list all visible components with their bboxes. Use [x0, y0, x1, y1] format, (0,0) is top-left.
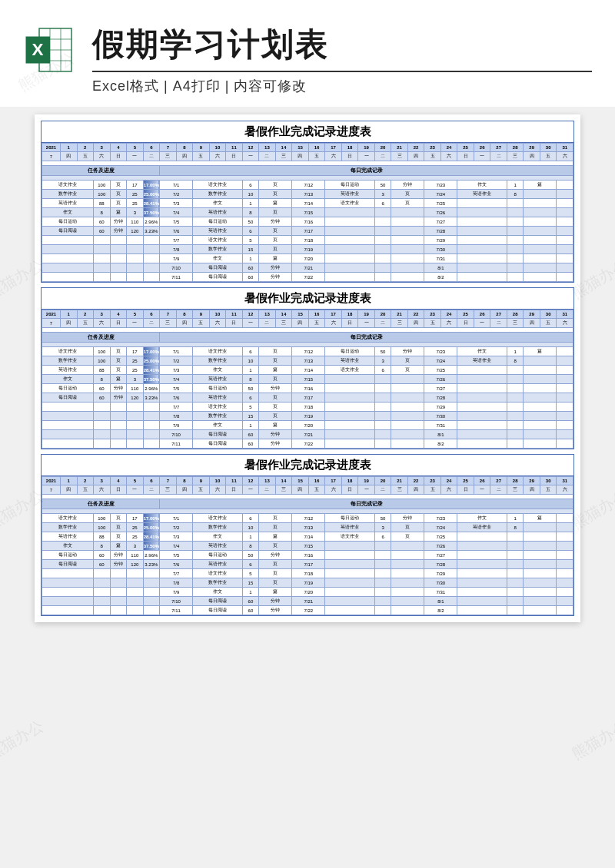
tasks-header: 任务及进度	[42, 333, 160, 343]
day-cell: 6	[143, 144, 160, 152]
log-unit	[391, 542, 424, 551]
day-cell: 21	[391, 144, 408, 152]
day-cell: 10	[209, 144, 226, 152]
log-unit	[524, 384, 557, 393]
log-date: 7/10	[160, 263, 193, 273]
day-cell: 15	[292, 144, 309, 152]
log-value	[374, 588, 391, 597]
task-total: 8	[94, 542, 111, 551]
day-cell: 14	[275, 477, 292, 485]
log-date: 8/2	[424, 439, 457, 449]
weekday-cell: 二	[374, 152, 391, 161]
log-value: 50	[374, 514, 391, 523]
log-task: 语文作业	[193, 514, 243, 523]
log-unit	[391, 254, 424, 263]
task-total: 60	[94, 393, 111, 403]
log-date: 7/20	[292, 588, 325, 597]
watermark: 熊猫办公	[0, 716, 47, 764]
day-cell: 19	[358, 144, 375, 152]
log-value	[374, 273, 391, 282]
day-cell: 17	[325, 477, 342, 485]
weekday-cell: 五	[424, 319, 441, 328]
log-date: 7/30	[424, 412, 457, 421]
day-cell: 28	[507, 477, 524, 485]
log-value: 6	[242, 347, 259, 356]
task-unit: 分钟	[110, 393, 127, 403]
log-unit: 篇	[259, 254, 292, 263]
weekday-cell: 六	[209, 319, 226, 328]
weekday-cell: 六	[325, 319, 342, 328]
weekday-cell: 六	[440, 152, 457, 161]
task-name: 语文作业	[42, 514, 94, 523]
log-unit: 篇	[259, 366, 292, 375]
log-task: 英语作业	[325, 523, 375, 532]
log-unit	[524, 227, 557, 236]
log-date: 7/30	[424, 578, 457, 588]
log-date: 7/30	[424, 245, 457, 254]
log-unit	[524, 439, 557, 449]
log-unit	[391, 263, 424, 273]
log-value	[374, 439, 391, 449]
weekday-cell: 四	[407, 319, 424, 328]
log-task	[457, 532, 507, 542]
log-value: 6	[374, 366, 391, 375]
log-task: 每日运动	[193, 551, 243, 560]
task-total: 8	[94, 375, 111, 384]
log-task	[457, 199, 507, 208]
log-date: 7/4	[160, 542, 193, 551]
day-cell: 20	[374, 477, 391, 485]
log-date: 7/11	[160, 439, 193, 449]
day-cell: 4	[110, 144, 127, 152]
log-value: 15	[242, 578, 259, 588]
log-unit: 页	[391, 190, 424, 199]
day-cell: 9	[193, 144, 210, 152]
log-date: 7/25	[424, 532, 457, 542]
log-unit: 分钟	[391, 347, 424, 356]
day-cell: 11	[226, 477, 243, 485]
weekday-cell: 二	[374, 319, 391, 328]
log-task: 每日阅读	[193, 597, 243, 606]
page-subtitle: Excel格式 | A4打印 | 内容可修改	[92, 71, 592, 95]
day-cell: 10	[209, 477, 226, 485]
log-value	[374, 245, 391, 254]
weekday-cell: 一	[127, 485, 144, 495]
log-unit: 页	[259, 578, 292, 588]
task-unit: 篇	[110, 208, 127, 217]
log-date: 7/1	[160, 181, 193, 190]
log-unit	[391, 421, 424, 430]
task-name: 每日运动	[42, 384, 94, 393]
log-value	[374, 551, 391, 560]
log-value: 1	[242, 366, 259, 375]
log-date: 8/1	[424, 263, 457, 273]
log-unit: 页	[259, 190, 292, 199]
log-unit: 分钟	[259, 551, 292, 560]
task-total: 100	[94, 523, 111, 532]
task-percent: 37.50%	[143, 375, 160, 384]
log-date: 7/31	[424, 588, 457, 597]
log-value	[374, 263, 391, 273]
weekday-cell: 二	[490, 319, 507, 328]
log-value	[507, 245, 524, 254]
log-date: 7/31	[424, 254, 457, 263]
log-value: 1	[242, 199, 259, 208]
log-unit: 篇	[259, 199, 292, 208]
log-task	[325, 542, 375, 551]
day-cell: 17	[325, 310, 342, 319]
log-value: 60	[242, 606, 259, 615]
log-value	[374, 542, 391, 551]
progress-sheet: 暑假作业完成记录进度表20211234567891011121314151617…	[41, 121, 574, 283]
log-value	[507, 199, 524, 208]
log-task: 语文作业	[193, 403, 243, 412]
log-task	[457, 208, 507, 217]
log-value	[507, 366, 524, 375]
task-total: 88	[94, 199, 111, 208]
day-cell: 18	[341, 144, 358, 152]
task-done: 120	[127, 227, 144, 236]
log-unit	[524, 551, 557, 560]
weekday-cell: 二	[259, 485, 276, 495]
day-cell: 5	[127, 477, 144, 485]
log-date: 7/14	[292, 199, 325, 208]
log-value: 1	[507, 181, 524, 190]
log-value	[374, 227, 391, 236]
day-cell: 13	[259, 144, 276, 152]
